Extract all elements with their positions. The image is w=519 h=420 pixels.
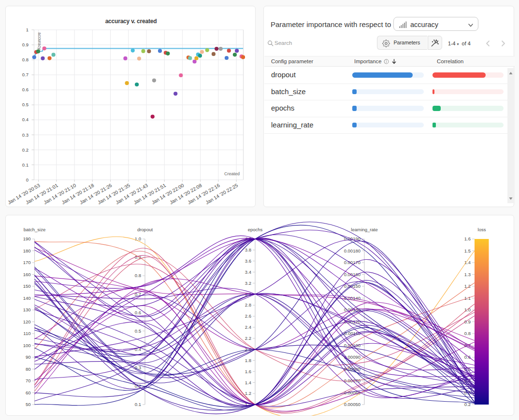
svg-text:0.5: 0.5 [135, 328, 141, 334]
svg-text:3.4: 3.4 [245, 269, 251, 275]
svg-text:0.9: 0.9 [22, 42, 29, 47]
svg-text:0: 0 [26, 177, 29, 182]
svg-text:140: 140 [23, 295, 31, 301]
svg-text:2.2: 2.2 [245, 336, 251, 341]
svg-text:0.00050: 0.00050 [344, 402, 360, 407]
svg-text:1.4: 1.4 [245, 380, 251, 385]
svg-text:60: 60 [26, 390, 31, 395]
svg-text:70: 70 [26, 378, 31, 383]
svg-text:0.5: 0.5 [22, 102, 29, 107]
svg-text:110: 110 [23, 331, 30, 336]
svg-text:130: 130 [23, 307, 31, 312]
svg-text:0.4: 0.4 [22, 117, 29, 122]
svg-text:epochs: epochs [248, 227, 263, 232]
svg-text:0.1: 0.1 [22, 162, 29, 168]
svg-text:190: 190 [23, 236, 31, 241]
svg-text:0.6: 0.6 [135, 310, 141, 315]
svg-text:0.8: 0.8 [22, 57, 29, 62]
svg-text:1.3: 1.3 [464, 272, 471, 277]
svg-text:120: 120 [23, 319, 31, 324]
svg-text:batch_size: batch_size [24, 227, 45, 232]
svg-text:0.00160: 0.00160 [344, 272, 360, 277]
svg-text:0.6: 0.6 [22, 87, 29, 92]
svg-text:loss: loss [478, 227, 486, 232]
svg-text:1.8: 1.8 [245, 358, 251, 363]
svg-text:0.8: 0.8 [464, 331, 471, 336]
svg-text:1.6: 1.6 [245, 369, 251, 374]
svg-text:accuracy: accuracy [37, 32, 42, 50]
svg-text:80: 80 [26, 366, 31, 372]
svg-text:0.6: 0.6 [464, 354, 471, 360]
svg-text:1.2: 1.2 [245, 391, 251, 396]
svg-text:3.8: 3.8 [245, 247, 251, 252]
svg-text:Created: Created [224, 171, 240, 176]
svg-text:150: 150 [23, 283, 31, 289]
svg-text:3.6: 3.6 [245, 258, 251, 264]
svg-text:180: 180 [23, 248, 31, 253]
svg-text:100: 100 [23, 343, 31, 348]
svg-text:50: 50 [26, 402, 31, 407]
svg-text:Jan 14 '20 22:25: Jan 14 '20 22:25 [205, 182, 239, 205]
svg-text:0.1: 0.1 [135, 402, 141, 407]
svg-text:learning_rate: learning_rate [351, 227, 377, 232]
svg-text:2.8: 2.8 [245, 302, 251, 308]
svg-text:90: 90 [26, 354, 31, 360]
svg-text:2.6: 2.6 [245, 313, 251, 319]
svg-text:170: 170 [23, 260, 31, 265]
svg-text:3.2: 3.2 [245, 280, 251, 286]
svg-text:1.5: 1.5 [464, 248, 471, 253]
svg-text:0.7: 0.7 [22, 72, 29, 77]
svg-text:0.2: 0.2 [22, 147, 29, 153]
svg-text:0.8: 0.8 [135, 273, 141, 278]
svg-text:dropout: dropout [137, 227, 153, 232]
svg-text:1: 1 [26, 27, 29, 32]
svg-text:0.3: 0.3 [22, 132, 29, 138]
svg-text:1.6: 1.6 [464, 236, 471, 241]
svg-text:160: 160 [23, 272, 31, 277]
svg-text:accuracy v. created: accuracy v. created [105, 18, 157, 25]
svg-text:0.00180: 0.00180 [344, 248, 360, 253]
svg-text:2.4: 2.4 [245, 324, 251, 330]
